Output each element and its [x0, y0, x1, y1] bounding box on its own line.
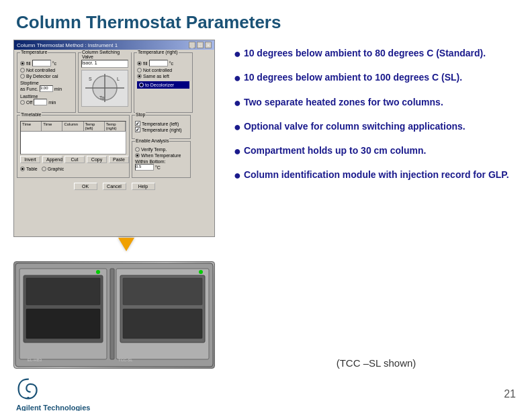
paste-button[interactable]: Paste — [109, 156, 129, 163]
verify-temp-radio[interactable] — [135, 147, 140, 152]
by-detector-radio[interactable] — [20, 74, 25, 79]
right-fill-unit: °c — [169, 61, 173, 66]
by-detector-label: By Detector cal — [26, 74, 58, 79]
bullet-dot-5: ● — [234, 145, 241, 157]
when-temp-label: When Temperature — [141, 153, 181, 158]
page-title: Column Thermostat Parameters — [0, 0, 532, 40]
svg-rect-9 — [26, 278, 100, 305]
temp-left-cb-row: ✓ Temperature (left) — [135, 121, 187, 126]
content-area: Column Thermostat Method : Instrument 1 … — [0, 40, 532, 369]
invert-button[interactable]: Invert — [20, 156, 40, 163]
graphic-radio[interactable] — [42, 167, 46, 171]
copy-button[interactable]: Copy — [87, 156, 107, 163]
svg-text:S: S — [89, 77, 92, 81]
to-decolorizer-label: to Decolorizer — [145, 83, 174, 87]
enable-analysis-label: Enable Analysis — [135, 138, 169, 143]
col-temp-right: Temp (right) — [105, 122, 126, 131]
lasttime-min-label: min — [48, 100, 56, 105]
valve-select[interactable]: Isocr. 1 — [81, 60, 128, 68]
ok-button[interactable]: OK — [74, 183, 97, 190]
svg-rect-13 — [123, 278, 202, 305]
footer-brand: Agilent Technologies — [16, 404, 90, 411]
left-panel: Column Thermostat Method : Instrument 1 … — [13, 40, 222, 369]
svg-text:To: To — [99, 95, 105, 100]
arrow-indicator — [118, 238, 134, 251]
bullet-dot-1: ● — [234, 48, 241, 60]
svg-point-18 — [199, 270, 203, 274]
not-controlled-radio-row: Not controlled — [20, 68, 73, 73]
timetable-group: Timetable Time Time Column Temp (left) T… — [17, 115, 130, 178]
dialog-titlebar: Column Thermostat Method : Instrument 1 … — [14, 40, 214, 50]
device-image-container: EL-HB3 TCC-SL — [13, 261, 222, 369]
arrow-down-icon — [118, 238, 134, 251]
right-fill-radio[interactable] — [137, 61, 142, 66]
fill-input[interactable] — [32, 60, 51, 66]
maximize-button[interactable]: □ — [197, 42, 204, 48]
dialog-title: Column Thermostat Method : Instrument 1 — [17, 42, 118, 48]
temp-right-checkbox[interactable]: ✓ — [135, 127, 140, 132]
append-button[interactable]: Append — [42, 156, 62, 163]
to-decolorizer-radio[interactable] — [139, 83, 144, 87]
bullet-item-4: ● Optional valve for column switching ap… — [234, 120, 519, 133]
bullet-item-1: ● 10 degrees below ambient to 80 degrees… — [234, 46, 519, 60]
table-radio-row: Table — [20, 167, 38, 171]
col-time2: Time — [42, 122, 62, 131]
fill-label: fill — [26, 61, 31, 66]
footer: Agilent Technologies 21 — [0, 377, 532, 411]
bullet-item-2: ● 10 degrees below ambient to 100 degree… — [234, 71, 519, 84]
svg-point-20 — [27, 397, 30, 400]
cancel-button[interactable]: Cancel — [103, 183, 126, 190]
col-temp-left: Temp (left) — [84, 122, 105, 131]
off-radio[interactable] — [20, 100, 25, 105]
within-input[interactable]: 0.5 — [135, 164, 154, 171]
fill-radio-row: fill °c — [20, 60, 73, 66]
svg-rect-10 — [26, 309, 100, 338]
dialog-body: Temperature fill °c Not controlled — [14, 50, 214, 193]
table-radio[interactable] — [20, 167, 25, 171]
help-button[interactable]: Help — [132, 183, 155, 190]
svg-text:L: L — [117, 77, 120, 81]
lasttime-label: Lasttime — [20, 94, 38, 99]
bullet-text-5: Compartment holds up to 30 cm column. — [244, 144, 426, 157]
right-not-controlled-row: Not controlled — [137, 68, 189, 73]
bullet-text-2: 10 degrees below ambient to 100 degrees … — [244, 71, 462, 84]
agilent-logo-area: Agilent Technologies — [16, 377, 90, 411]
temperature-group: Temperature fill °c Not controlled — [17, 52, 76, 113]
temp-left-checkbox[interactable]: ✓ — [135, 121, 140, 126]
as-func-label: as Func. — [20, 87, 38, 91]
when-temp-radio[interactable] — [135, 153, 140, 158]
right-not-controlled-radio[interactable] — [137, 68, 142, 73]
right-fill-input[interactable] — [149, 60, 168, 66]
graphic-radio-row: Graphic — [42, 167, 64, 171]
not-controlled-label: Not controlled — [26, 68, 55, 73]
right-fill-radio-row: fill °c — [137, 60, 189, 66]
verify-temp-label: Verify Temp. — [141, 147, 167, 152]
lasttime-input[interactable] — [34, 99, 47, 105]
device-svg: EL-HB3 TCC-SL — [14, 262, 214, 368]
bullet-item-3: ● Two separate heated zones for two colu… — [234, 95, 519, 109]
fill-unit: °c — [52, 61, 56, 66]
off-label: Off — [26, 100, 32, 105]
dialog-screenshot: Column Thermostat Method : Instrument 1 … — [13, 40, 215, 237]
stoptime-input[interactable]: 3.00 — [40, 85, 53, 92]
within-label: Within Bottom: — [135, 159, 166, 164]
close-button[interactable]: × — [205, 42, 212, 48]
bullet-dot-2: ● — [234, 72, 241, 84]
cut-button[interactable]: Cut — [64, 156, 85, 163]
when-temp-row: When Temperature — [135, 153, 187, 158]
not-controlled-radio[interactable] — [20, 68, 25, 73]
bullet-text-1: 10 degrees below ambient to 80 degrees C… — [244, 46, 486, 60]
fill-radio[interactable] — [20, 61, 25, 66]
stop-group: Stop ✓ Temperature (left) ✓ Temperature … — [132, 115, 191, 139]
enable-analysis-group: Enable Analysis Verify Temp. When Temper… — [132, 141, 191, 178]
by-detector-radio-row: By Detector cal — [20, 74, 73, 79]
caption: (TCC –SL shown) — [234, 352, 519, 369]
table-label: Table — [26, 167, 38, 171]
right-by-detector-radio[interactable] — [137, 74, 142, 79]
right-by-detector-row: Same as left — [137, 74, 189, 79]
bullet-text-4: Optional valve for column switching appl… — [244, 120, 466, 133]
column-switching-label: Column Switching Valve — [81, 50, 131, 59]
timetable-table: Time Time Column Temp (left) Temp (right… — [20, 121, 126, 154]
minimize-button[interactable]: _ — [189, 42, 195, 48]
temp-right-cb-label: Temperature (right) — [142, 128, 182, 132]
